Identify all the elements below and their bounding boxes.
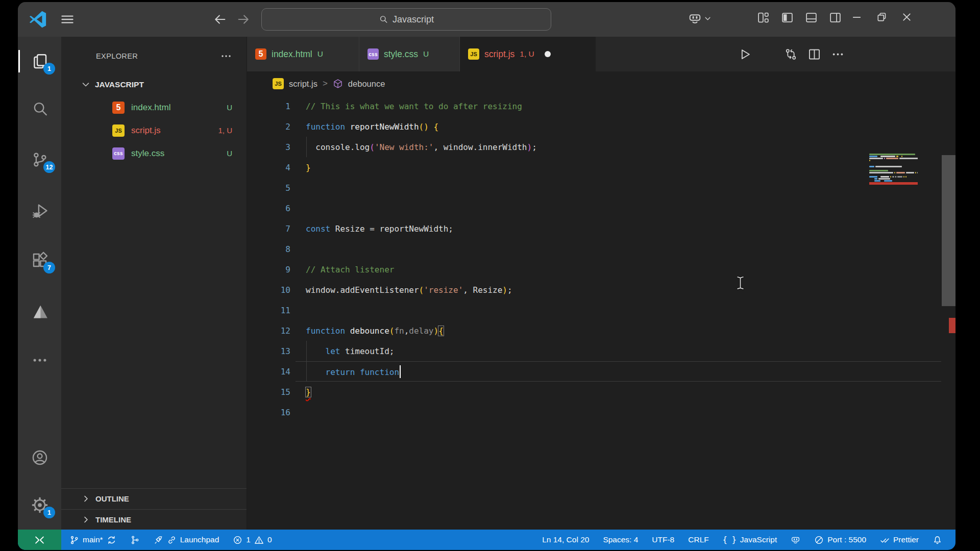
status-launchpad[interactable]: Launchpad <box>154 535 219 545</box>
forward-button[interactable] <box>236 12 251 27</box>
tab-script.js[interactable]: JSscript.js1, U <box>460 37 596 71</box>
chevron-down-icon <box>704 15 712 22</box>
status-problems[interactable]: 10 <box>233 535 272 545</box>
js-file-icon: JS <box>468 48 479 60</box>
file-item-script.js[interactable]: JSscript.js1, U <box>61 119 247 142</box>
timeline-label: TIMELINE <box>95 515 131 524</box>
breadcrumb-symbol[interactable]: debounce <box>348 79 385 89</box>
toggle-primary-sidebar-icon[interactable] <box>781 11 794 24</box>
copilot-icon <box>688 12 702 26</box>
status-port[interactable]: Port : 5500 <box>814 535 866 545</box>
breadcrumb[interactable]: JS script.js > debounce <box>247 71 955 96</box>
code-line-14[interactable]: 14 return function <box>247 361 955 382</box>
tab-style.css[interactable]: cssstyle.cssU <box>359 37 460 71</box>
sync-icon <box>107 535 116 545</box>
html-file-icon: 5 <box>112 102 125 114</box>
label: Prettier <box>893 535 919 544</box>
minimap[interactable] <box>869 154 918 187</box>
restore-button[interactable] <box>876 11 888 23</box>
close-button[interactable] <box>901 11 913 23</box>
status-graph[interactable] <box>130 535 140 545</box>
code-line-2[interactable]: 2function reportNewWidth() { <box>247 116 955 137</box>
code-line-1[interactable]: 1// This is what we want to do after res… <box>247 96 955 116</box>
code-line-13[interactable]: 13 let timeoutId; <box>247 341 955 361</box>
line-number: 13 <box>247 346 290 356</box>
file-item-index.html[interactable]: 5index.htmlU <box>61 96 247 119</box>
status-cursor-position[interactable]: Ln 14, Col 20 <box>542 535 589 544</box>
code-line-3[interactable]: 3 console.log('New width:', window.inner… <box>247 137 955 157</box>
activity-item-more[interactable] <box>18 348 61 372</box>
toggle-secondary-sidebar-icon[interactable] <box>829 11 842 24</box>
run-button[interactable] <box>738 47 752 61</box>
status-copilot[interactable] <box>791 535 800 545</box>
outline-section[interactable]: OUTLINE <box>61 488 247 509</box>
overview-ruler-error-marker <box>949 318 955 333</box>
activity-item-settings[interactable]: 1 <box>18 493 61 517</box>
status-encoding[interactable]: UTF-8 <box>652 535 674 544</box>
code-line-11[interactable]: 11 <box>247 300 955 320</box>
status-language[interactable]: { }JavaScript <box>723 535 777 544</box>
code-line-16[interactable]: 16 <box>247 402 955 422</box>
tab-index.html[interactable]: 5index.htmlU <box>247 37 359 71</box>
status-prettier[interactable]: Prettier <box>880 535 919 545</box>
minimize-button[interactable] <box>851 11 863 23</box>
code-line-6[interactable]: 6 <box>247 198 955 218</box>
status-indentation[interactable]: Spaces: 4 <box>603 535 638 544</box>
label: main* <box>83 535 103 544</box>
ellipsis-icon <box>31 352 48 369</box>
status-bar: main*Launchpad10 Ln 14, Col 20Spaces: 4U… <box>18 530 955 550</box>
git-status-badge: 1, U <box>218 126 232 135</box>
code-line-10[interactable]: 10window.addEventListener('resize', Resi… <box>247 280 955 300</box>
code-line-5[interactable]: 5 <box>247 178 955 198</box>
activity-item-extensions[interactable]: 7 <box>18 248 61 272</box>
editor-more-actions-icon[interactable] <box>831 47 845 61</box>
menu-icon[interactable] <box>60 12 75 27</box>
explorer-more-actions-icon[interactable] <box>220 50 232 62</box>
code-line-12[interactable]: 12function debounce(fn,delay){ <box>247 320 955 341</box>
dirty-indicator[interactable] <box>545 51 551 57</box>
timeline-section[interactable]: TIMELINE <box>61 509 247 530</box>
code-text: window.addEventListener('resize', Resize… <box>290 285 512 295</box>
customize-layout-icon[interactable] <box>757 11 770 24</box>
code-line-15[interactable]: 15} <box>247 382 955 402</box>
command-center-search[interactable]: Javascript <box>261 8 551 31</box>
code-line-7[interactable]: 7const Resize = reportNewWidth; <box>247 218 955 239</box>
copilot-menu[interactable] <box>688 12 712 26</box>
status-branch[interactable]: main* <box>69 535 116 545</box>
code-line-4[interactable]: 4} <box>247 157 955 178</box>
code-text: // Attach listener <box>290 265 394 274</box>
remote-indicator[interactable] <box>18 530 61 550</box>
badge: 1 <box>43 63 55 74</box>
activity-item-search[interactable] <box>18 96 61 121</box>
git-status-badge: U <box>317 49 323 59</box>
code-line-9[interactable]: 9// Attach listener <box>247 259 955 280</box>
split-editor-icon[interactable] <box>807 47 821 61</box>
label: Spaces: 4 <box>603 535 638 544</box>
activity-item-prism[interactable] <box>18 299 61 323</box>
line-number: 14 <box>247 367 290 377</box>
rocket-icon <box>154 535 163 545</box>
status-notifications[interactable] <box>933 535 942 545</box>
folder-javascript[interactable]: JAVASCRIPT <box>61 73 247 96</box>
breadcrumb-file[interactable]: script.js <box>289 79 317 89</box>
status-eol[interactable]: CRLF <box>688 535 708 544</box>
js-file-icon: JS <box>273 78 284 89</box>
activity-item-source-control[interactable]: 12 <box>18 147 61 172</box>
toggle-panel-icon[interactable] <box>805 11 818 24</box>
activity-item-run-debug[interactable] <box>18 198 61 223</box>
remote-icon <box>34 535 45 545</box>
activity-item-explorer[interactable]: 1 <box>18 49 61 73</box>
activity-bar: 1127 1 <box>18 37 61 530</box>
open-changes-icon[interactable] <box>784 47 798 61</box>
git-status-badge: U <box>227 103 232 112</box>
code-editor[interactable]: 1// This is what we want to do after res… <box>247 96 955 530</box>
code-line-8[interactable]: 8 <box>247 239 955 259</box>
code-text: } <box>290 163 311 172</box>
code-text: function reportNewWidth() { <box>290 122 438 132</box>
outline-label: OUTLINE <box>95 494 129 503</box>
line-number: 3 <box>247 142 290 152</box>
back-button[interactable] <box>213 12 227 27</box>
scrollbar[interactable] <box>942 155 955 306</box>
activity-item-accounts[interactable] <box>18 445 61 470</box>
file-item-style.css[interactable]: cssstyle.cssU <box>61 142 247 165</box>
